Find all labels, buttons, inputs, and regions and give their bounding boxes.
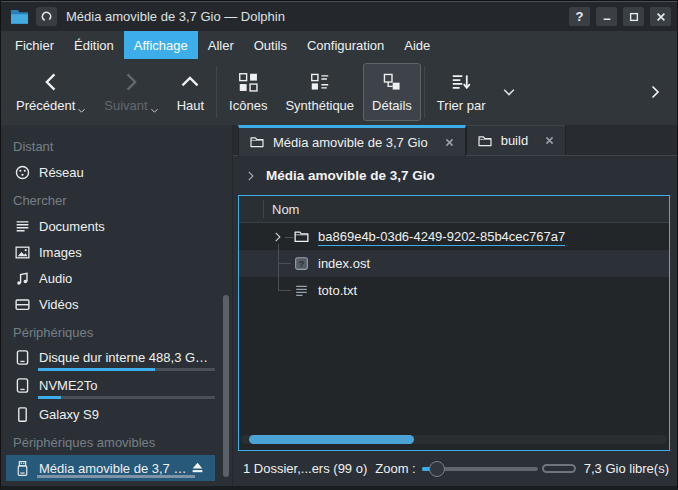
breadcrumb-chevron-icon[interactable] bbox=[245, 170, 257, 182]
sidebar-item-label: Disque dur interne 488,3 G… bbox=[39, 350, 208, 365]
section-header-périphériques-amovibles: Périphériques amovibles bbox=[1, 430, 232, 455]
file-name[interactable]: index.ost bbox=[318, 255, 370, 272]
zoom-slider[interactable] bbox=[422, 461, 538, 477]
main-area: Média amovible de 3,7 Giobuild Média amo… bbox=[233, 125, 677, 486]
section-header-périphériques: Périphériques bbox=[1, 320, 232, 345]
svg-text:?: ? bbox=[299, 259, 305, 269]
circle-icon bbox=[39, 9, 54, 24]
close-button[interactable] bbox=[649, 6, 672, 27]
folder-icon bbox=[477, 133, 493, 149]
tree-line bbox=[278, 244, 279, 291]
toolbar-button-icônes[interactable]: Icônes bbox=[220, 63, 276, 121]
toolbar-button-label: Trier par bbox=[437, 98, 486, 113]
toolbar-button-label: Synthétique bbox=[285, 98, 354, 113]
sidebar-item-label: Images bbox=[39, 245, 82, 260]
unknown-file-icon: ? bbox=[293, 255, 310, 272]
maximize-button[interactable] bbox=[622, 6, 645, 27]
file-row-ba869e4b-03d6-4249-9202-85b4cec767a7[interactable]: ba869e4b-03d6-4249-9202-85b4cec767a7 bbox=[239, 223, 669, 250]
sidebar-item-nvme2to[interactable]: NVME2To bbox=[1, 373, 232, 401]
horizontal-scrollbar[interactable] bbox=[241, 435, 667, 444]
application-menu-button[interactable] bbox=[35, 6, 58, 27]
toolbar-button-détails[interactable]: Détails bbox=[363, 63, 421, 121]
tab-m-dia-amovible-de-3-7-gio[interactable]: Média amovible de 3,7 Gio bbox=[238, 125, 466, 156]
menu-édition[interactable]: Édition bbox=[64, 31, 124, 59]
sidebar-item-images[interactable]: Images bbox=[1, 239, 232, 265]
tree-line bbox=[285, 237, 293, 238]
sidebar-item-documents[interactable]: Documents bbox=[1, 213, 232, 239]
video-film-icon bbox=[14, 296, 31, 313]
titlebar[interactable]: Média amovible de 3,7 Gio — Dolphin ? bbox=[1, 1, 677, 31]
file-row-toto-txt[interactable]: toto.txt bbox=[239, 277, 669, 304]
toolbar-button-précédent[interactable]: Précédent bbox=[7, 63, 95, 121]
sort-icon bbox=[450, 71, 472, 93]
toolbar-button-suivant[interactable]: Suivant bbox=[95, 63, 167, 121]
toolbar-button-synthétique[interactable]: Synthétique bbox=[276, 63, 363, 121]
expand-chevron-icon[interactable] bbox=[272, 231, 284, 243]
toolbar-button-label: Précédent bbox=[16, 98, 75, 113]
sidebar-item-label: Média amovible de 3,7 … bbox=[39, 461, 186, 476]
breadcrumb[interactable]: Média amovible de 3,7 Gio bbox=[266, 168, 435, 183]
tab-close-icon[interactable] bbox=[544, 135, 555, 146]
menu-fichier[interactable]: Fichier bbox=[5, 31, 64, 59]
sort-menu-chevron-icon[interactable] bbox=[502, 85, 516, 99]
chevron-down-icon bbox=[150, 106, 159, 115]
minimize-button[interactable] bbox=[595, 6, 618, 27]
menu-outils[interactable]: Outils bbox=[244, 31, 297, 59]
capacity-bar bbox=[38, 368, 215, 371]
sidebar-item-vid-os[interactable]: Vidéos bbox=[1, 291, 232, 317]
location-bar[interactable]: Média amovible de 3,7 Gio bbox=[233, 156, 677, 195]
eject-icon[interactable] bbox=[190, 460, 205, 475]
menu-aller[interactable]: Aller bbox=[198, 31, 244, 59]
toolbar-separator bbox=[424, 66, 425, 118]
file-name[interactable]: ba869e4b-03d6-4249-9202-85b4cec767a7 bbox=[318, 228, 565, 246]
toolbar-button-label: Suivant bbox=[104, 98, 147, 113]
harddisk-icon bbox=[14, 377, 31, 394]
file-row-index-ost[interactable]: ?index.ost bbox=[239, 250, 669, 277]
tab-label: build bbox=[501, 133, 528, 148]
maximize-icon bbox=[628, 11, 640, 23]
menu-affichage[interactable]: Affichage bbox=[124, 31, 198, 59]
text-file-icon bbox=[293, 282, 310, 299]
menubar: FichierÉditionAffichageAllerOutilsConfig… bbox=[1, 31, 677, 59]
chevron-down-icon bbox=[77, 106, 86, 115]
folder-icon bbox=[293, 228, 310, 245]
capacity-bar bbox=[38, 396, 215, 399]
items-summary: 1 Dossier,...ers (99 o) bbox=[243, 461, 367, 476]
sidebar-item-label: Audio bbox=[39, 271, 72, 286]
audio-note-icon bbox=[14, 270, 31, 287]
column-header-nom[interactable]: Nom bbox=[239, 196, 669, 223]
horizontal-scrollbar-thumb[interactable] bbox=[249, 435, 414, 444]
file-name[interactable]: toto.txt bbox=[318, 282, 357, 299]
toolbar-button-trier-par[interactable]: Trier par bbox=[428, 63, 495, 121]
sidebar-item-galaxy-s9[interactable]: Galaxy S9 bbox=[1, 401, 232, 427]
toolbar-overflow-chevron-icon[interactable] bbox=[647, 84, 663, 100]
dolphin-window: Média amovible de 3,7 Gio — Dolphin ? Fi… bbox=[0, 0, 678, 490]
toolbar-button-haut[interactable]: Haut bbox=[168, 63, 213, 121]
close-icon bbox=[655, 11, 667, 23]
toolbar-button-label: Détails bbox=[372, 98, 412, 113]
sidebar-item-audio[interactable]: Audio bbox=[1, 265, 232, 291]
sidebar-item-disque-dur-interne-488-3-g-[interactable]: Disque dur interne 488,3 G… bbox=[1, 345, 232, 373]
dolphin-app-icon bbox=[9, 6, 30, 27]
window-title: Média amovible de 3,7 Gio — Dolphin bbox=[66, 9, 285, 24]
tab-build[interactable]: build bbox=[466, 125, 566, 155]
sidebar-scrollbar[interactable] bbox=[223, 295, 229, 477]
usb-stick-icon bbox=[14, 460, 31, 477]
places-panel: DistantRéseauChercherDocumentsImagesAudi… bbox=[1, 125, 233, 486]
sidebar-item-label: NVME2To bbox=[39, 378, 98, 393]
sidebar-item-label: Vidéos bbox=[39, 297, 79, 312]
toolbar-separator bbox=[216, 66, 217, 118]
sidebar-item-r-seau[interactable]: Réseau bbox=[1, 159, 232, 185]
menu-configuration[interactable]: Configuration bbox=[297, 31, 394, 59]
details-view-icon bbox=[381, 71, 403, 93]
help-button[interactable]: ? bbox=[568, 6, 591, 27]
tab-close-icon[interactable] bbox=[444, 137, 455, 148]
chevron-up-icon bbox=[179, 71, 201, 93]
file-view[interactable]: Nomba869e4b-03d6-4249-9202-85b4cec767a7?… bbox=[238, 195, 670, 451]
sidebar-item-m-dia-amovible-de-3-7-[interactable]: Média amovible de 3,7 … bbox=[6, 455, 215, 481]
column-header-label: Nom bbox=[272, 202, 299, 217]
section-header-chercher: Chercher bbox=[1, 188, 232, 213]
zoom-slider-handle[interactable] bbox=[429, 461, 445, 477]
menu-aide[interactable]: Aide bbox=[394, 31, 440, 59]
sidebar-item-label: Documents bbox=[39, 219, 105, 234]
